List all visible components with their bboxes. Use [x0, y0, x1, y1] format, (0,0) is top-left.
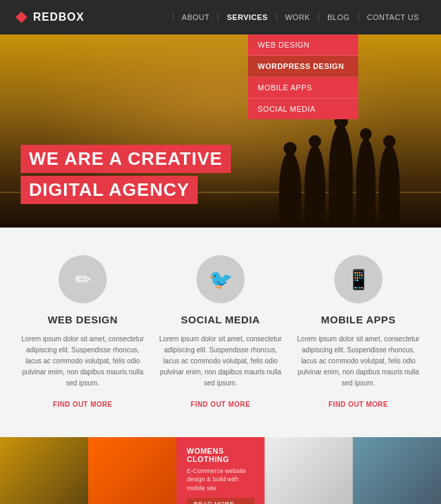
silhouette-person-4 — [279, 152, 301, 228]
nav-work[interactable]: WORK — [277, 13, 319, 21]
svg-rect-0 — [16, 12, 28, 23]
nav-contact[interactable]: CONTACT US — [359, 13, 428, 21]
nav-blog[interactable]: BLOG — [319, 13, 359, 21]
nav-services[interactable]: SERVICES — [218, 13, 276, 21]
portfolio-read-more[interactable]: READ MORE — [187, 498, 254, 504]
dropdown-mobile-apps[interactable]: MOBILE APPS — [248, 77, 358, 99]
web-design-desc: Lorem ipsum dolor sit amet, consectetur … — [21, 334, 145, 389]
mobile-apps-desc: Lorem ipsum dolor sit amet, consectetur … — [296, 334, 420, 389]
web-design-link[interactable]: FIND OUT MORE — [53, 401, 113, 408]
silhouette-person-2 — [329, 124, 353, 228]
portfolio-featured-subtitle: E-Commerce website design & build with m… — [187, 467, 254, 493]
logo-icon — [14, 10, 29, 25]
social-media-desc: Lorem ipsum dolor sit amet, consectetur … — [158, 334, 283, 389]
portfolio-item-4[interactable] — [265, 437, 353, 504]
social-media-link[interactable]: FIND OUT MORE — [191, 401, 251, 408]
social-media-title: SOCIAL MEDIA — [158, 314, 283, 325]
mobile-apps-icon: 📱 — [334, 255, 382, 303]
portfolio-featured-title: WOMENS CLOTHING — [187, 447, 254, 463]
dropdown-wordpress[interactable]: WORDPRESS DESIGN — [248, 56, 358, 77]
service-social-media: 🐦 SOCIAL MEDIA Lorem ipsum dolor sit ame… — [158, 255, 283, 410]
silhouette-person-3 — [356, 138, 376, 228]
portfolio-item-5[interactable] — [353, 437, 441, 504]
services-section: ✏ WEB DESIGN Lorem ipsum dolor sit amet,… — [0, 228, 441, 437]
service-web-design: ✏ WEB DESIGN Lorem ipsum dolor sit amet,… — [21, 255, 145, 410]
dropdown-social-media[interactable]: SOCIAL MEDIA — [248, 99, 358, 119]
portfolio-featured[interactable]: WOMENS CLOTHING E-Commerce website desig… — [176, 437, 265, 504]
services-dropdown: WEB DESIGN WORDPRESS DESIGN MOBILE APPS … — [248, 34, 358, 119]
navbar: REDBOX ABOUT SERVICES WORK BLOG CONTACT … — [0, 0, 441, 34]
hero-silhouettes — [279, 124, 400, 228]
service-mobile-apps: 📱 MOBILE APPS Lorem ipsum dolor sit amet… — [296, 255, 420, 410]
mobile-apps-title: MOBILE APPS — [296, 314, 420, 325]
silhouette-person-1 — [305, 145, 325, 228]
nav-links: ABOUT SERVICES WORK BLOG CONTACT US — [173, 13, 427, 21]
web-design-title: WEB DESIGN — [21, 314, 145, 325]
portfolio-grid: WOMENS CLOTHING E-Commerce website desig… — [0, 437, 441, 504]
dropdown-web-design[interactable]: WEB DESIGN — [248, 34, 358, 56]
portfolio-item-2[interactable] — [88, 437, 176, 504]
hero-text: WE ARE A CREATIVE DIGITAL AGENCY — [21, 145, 231, 207]
hero-line2: DIGITAL AGENCY — [21, 176, 198, 204]
logo-text: REDBOX — [33, 11, 84, 23]
silhouette-person-5 — [379, 145, 400, 228]
hero-line1: WE ARE A CREATIVE — [21, 145, 231, 173]
nav-about[interactable]: ABOUT — [173, 13, 218, 21]
portfolio-item-1[interactable] — [0, 437, 88, 504]
hero-section: WE ARE A CREATIVE DIGITAL AGENCY — [0, 34, 441, 228]
social-media-icon: 🐦 — [196, 255, 245, 303]
web-design-icon: ✏ — [59, 255, 107, 303]
logo[interactable]: REDBOX — [14, 10, 84, 25]
mobile-apps-link[interactable]: FIND OUT MORE — [329, 401, 389, 408]
